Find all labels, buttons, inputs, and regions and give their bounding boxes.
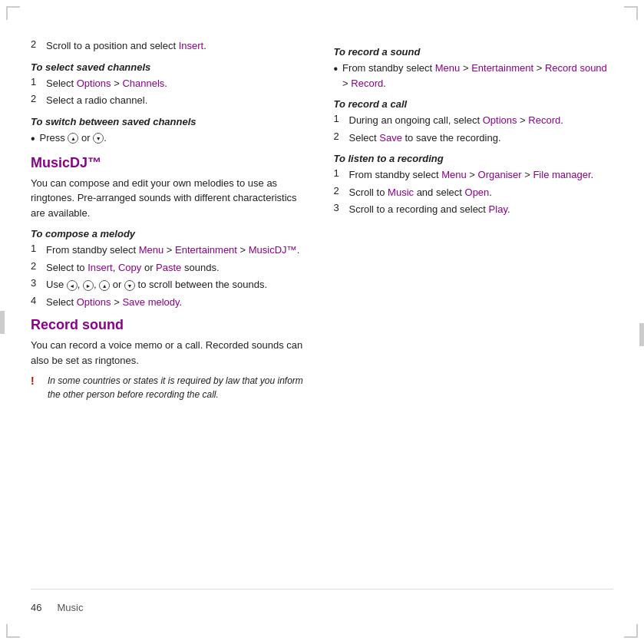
item-number: 2 [31,38,41,54]
music-link: Music [388,187,414,198]
musicdj-section: MusicDJ™ You can compose and edit your o… [31,155,311,310]
record-a-sound-heading: To record a sound [334,46,614,58]
record-call-item-2: 2 Select Save to save the recording. [334,130,614,146]
bullet-symbol: • [31,130,35,147]
compose-item-2: 2 Select to Insert, Copy or Paste sounds… [31,260,311,276]
record-a-sound-section: To record a sound • From standby select … [334,46,614,91]
nav-icon-3: ▲ [99,280,110,291]
save-melody-link: Save melody [122,296,179,308]
saved-channels-item-2: 2 Select a radio channel. [31,93,311,108]
left-column: 2 Scroll to a position and select Insert… [31,31,311,581]
corner-mark-tr [624,6,638,20]
record-sound-heading: Record sound [31,317,311,333]
record-link: Record [351,78,383,89]
side-mark-right [639,323,644,346]
listen-item-2: 2 Scroll to Music and select Open. [334,185,614,200]
organiser-link: Organiser [478,169,522,180]
compose-item-1: 1 From standby select Menu > Entertainme… [31,243,311,258]
listen-item-1: 1 From standby select Menu > Organiser >… [334,167,614,183]
record-a-call-heading: To record a call [334,98,614,110]
saved-channels-item-1: 1 Select Options > Channels. [31,76,311,91]
side-mark-left [0,311,5,334]
record-a-sound-bullet: • From standby select Menu > Entertainme… [334,61,614,91]
page-number: 46 [31,602,41,613]
item-text: Scroll to a position and select Insert. [46,38,206,54]
item-number: 2 [334,130,345,146]
compose-item-4: 4 Select Options > Save melody. [31,295,311,310]
item-text: Use ◄, ►, ▲ or ▼ to scroll between the s… [46,277,267,292]
corner-mark-br [624,624,638,638]
options-link: Options [77,78,111,89]
record-link2: Record [528,114,560,126]
item-number: 2 [334,185,345,200]
menu-link: Menu [139,244,164,256]
item-text: Select Options > Channels. [46,76,167,91]
record-sound-link: Record sound [545,62,607,74]
item-text: Scroll to Music and select Open. [349,185,492,200]
switch-channels-bullet: • Press ▲ or ▼. [31,130,311,147]
open-link: Open [465,187,490,198]
record-sound-description: You can record a voice memo or a call. R… [31,338,311,368]
save-link: Save [379,132,402,144]
item-text: From standby select Menu > Entertainment… [342,61,613,91]
insert-link: Insert [179,40,204,51]
item-text: Select Save to save the recording. [349,130,501,146]
up-arrow-icon: ▲ [68,133,78,144]
page-footer: 46 Music [31,589,613,613]
warning-text: In some countries or states it is requir… [48,374,311,401]
file-manager-link: File manager [533,169,590,180]
item-text: During an ongoing call, select Options >… [349,113,563,128]
item-number: 1 [334,167,345,183]
warning-icon: ! [31,374,41,389]
switch-channels-section: To switch between saved channels • Press… [31,116,311,147]
entertainment-link: Entertainment [175,244,237,256]
menu-link2: Menu [435,62,461,74]
item-number: 1 [31,243,41,258]
options-link3: Options [483,114,517,126]
item-number: 3 [31,277,41,292]
listen-recording-heading: To listen to a recording [334,153,614,164]
listen-recording-section: To listen to a recording 1 From standby … [334,153,614,217]
item-text: Select to Insert, Copy or Paste sounds. [46,260,220,276]
compose-melody-heading: To compose a melody [31,228,311,239]
item-text: Scroll to a recording and select Play. [349,202,510,217]
saved-channels-heading: To select saved channels [31,61,311,73]
musicdj-description: You can compose and edit your own melodi… [31,176,311,221]
item-text: Press ▲ or ▼. [40,130,107,146]
channels-link: Channels [122,78,164,89]
item-text: From standby select Menu > Entertainment… [46,243,299,258]
item-number: 3 [334,202,345,217]
record-call-item-1: 1 During an ongoing call, select Options… [334,113,614,128]
page-content: 2 Scroll to a position and select Insert… [31,31,613,613]
menu-link3: Menu [441,169,467,180]
bullet-symbol: • [334,61,339,78]
listen-item-3: 3 Scroll to a recording and select Play. [334,202,614,217]
two-column-layout: 2 Scroll to a position and select Insert… [31,31,613,581]
nav-icon-2: ► [83,280,94,291]
item-number: 2 [31,93,41,108]
switch-channels-heading: To switch between saved channels [31,116,311,127]
nav-icon-1: ◄ [67,280,78,291]
item-number: 4 [31,295,41,310]
item-text: Select a radio channel. [46,93,147,108]
item-text: Select Options > Save melody. [46,295,182,310]
footer-section: Music [57,602,83,613]
record-a-call-section: To record a call 1 During an ongoing cal… [334,98,614,145]
right-column: To record a sound • From standby select … [334,31,614,581]
page-container: 2 Scroll to a position and select Insert… [0,0,644,644]
warning-item: ! In some countries or states it is requ… [31,374,311,401]
musicdj-heading: MusicDJ™ [31,155,311,171]
record-sound-section: Record sound You can record a voice memo… [31,317,311,401]
compose-item-3: 3 Use ◄, ►, ▲ or ▼ to scroll between the… [31,277,311,292]
saved-channels-section: To select saved channels 1 Select Option… [31,61,311,108]
paste-link: Paste [156,262,181,273]
intro-item-2: 2 Scroll to a position and select Insert… [31,38,311,54]
down-arrow-icon: ▼ [93,133,104,144]
item-number: 2 [31,260,41,276]
musicdj-link: MusicDJ™ [249,244,297,256]
options-link2: Options [77,296,111,308]
play-link: Play [489,203,507,215]
corner-mark-tl [6,6,20,20]
item-number: 1 [31,76,41,91]
item-text: From standby select Menu > Organiser > F… [349,167,594,183]
